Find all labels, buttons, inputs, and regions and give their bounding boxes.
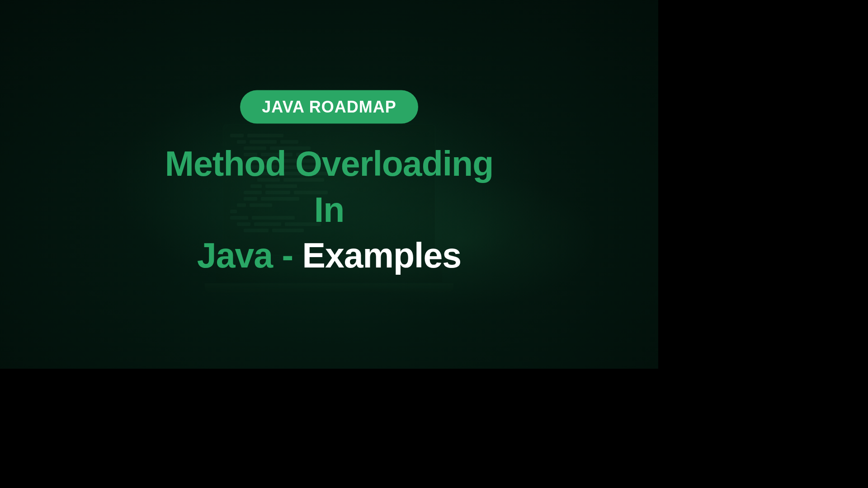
- page-title: Method Overloading In Java - Examples: [165, 141, 494, 279]
- title-line-1: Method Overloading In: [165, 144, 493, 229]
- category-badge: JAVA ROADMAP: [240, 90, 418, 124]
- title-line-2-part-1: Java -: [197, 236, 302, 275]
- badge-text: JAVA ROADMAP: [262, 98, 396, 116]
- title-line-2-part-2: Examples: [302, 236, 462, 275]
- hero-content: JAVA ROADMAP Method Overloading In Java …: [165, 90, 494, 279]
